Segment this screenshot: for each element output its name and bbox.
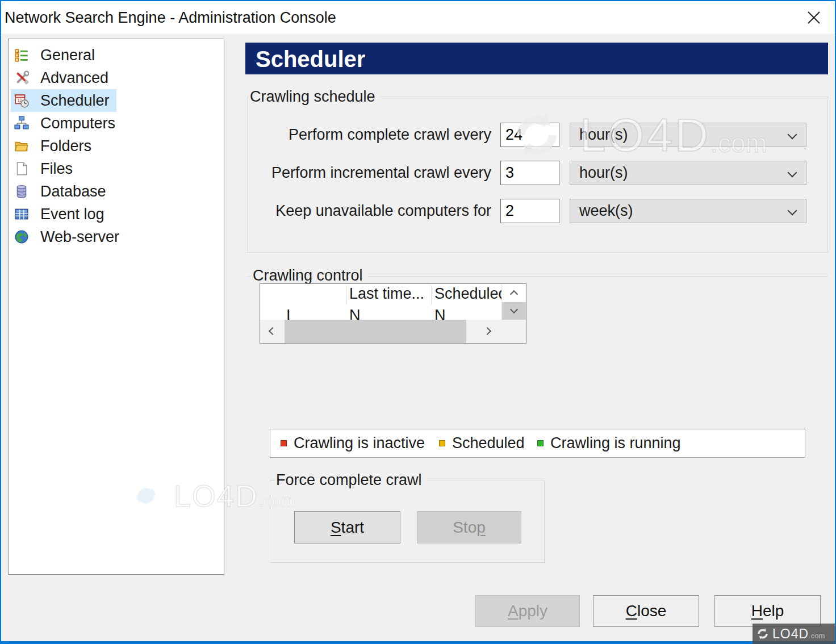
sidebar-item-general[interactable]: General <box>11 44 102 66</box>
chevron-down-icon <box>788 168 797 178</box>
chevron-down-icon <box>788 206 797 216</box>
incremental-crawl-row: Perform incremental crawl every hour(s) <box>248 161 806 185</box>
table-header-row: Last time... Scheduled <box>260 284 502 307</box>
titlebar: Network Search Engine - Administration C… <box>1 1 835 35</box>
folder-icon <box>14 139 29 153</box>
horizontal-scrollbar[interactable] <box>260 320 526 343</box>
vertical-scrollbar[interactable] <box>501 284 526 320</box>
table-row[interactable]: I N N <box>260 307 502 320</box>
crawling-control-table: Last time... Scheduled I N N <box>260 283 526 344</box>
keep-unavailable-row: Keep unavailable computers for week(s) <box>248 199 806 223</box>
table-header-scheduled[interactable]: Scheduled <box>434 285 501 303</box>
sidebar-item-label: Files <box>40 160 73 178</box>
file-icon <box>14 161 29 176</box>
list-icon <box>14 48 29 62</box>
sidebar-item-label: Web-server <box>40 228 119 246</box>
scroll-right-button[interactable] <box>477 320 501 343</box>
scheduled-status-swatch <box>439 440 445 446</box>
tools-icon <box>14 70 29 85</box>
horizontal-scroll-thumb[interactable] <box>285 320 466 343</box>
inactive-status-swatch <box>281 440 287 446</box>
close-icon <box>805 19 822 28</box>
sidebar-item-label: Advanced <box>40 69 108 87</box>
incremental-crawl-value-input[interactable] <box>500 161 559 185</box>
scroll-left-button[interactable] <box>260 320 284 343</box>
scroll-down-button[interactable] <box>502 302 526 320</box>
application-window: Network Search Engine - Administration C… <box>0 0 836 644</box>
incremental-crawl-label: Perform incremental crawl every <box>248 164 491 182</box>
sidebar-item-files[interactable]: Files <box>11 157 80 180</box>
scroll-up-button[interactable] <box>502 284 526 302</box>
force-crawl-title: Force complete crawl <box>275 471 427 489</box>
sidebar-item-label: Folders <box>40 137 91 155</box>
legend-label: Scheduled <box>452 434 525 452</box>
crawling-schedule-title: Crawling schedule <box>249 88 380 106</box>
sidebar-item-scheduler[interactable]: 12 Scheduler <box>11 89 116 112</box>
keep-unavailable-label: Keep unavailable computers for <box>248 202 491 220</box>
window-title: Network Search Engine - Administration C… <box>5 9 336 27</box>
incremental-crawl-unit-dropdown[interactable]: hour(s) <box>570 161 806 185</box>
incremental-crawl-unit-value: hour(s) <box>579 164 628 182</box>
stop-button[interactable]: Stop <box>417 511 521 543</box>
sidebar-item-label: Database <box>40 183 106 200</box>
network-icon <box>14 116 29 131</box>
page-title-bar: Scheduler <box>245 43 828 74</box>
help-button[interactable]: Help <box>714 595 821 627</box>
sidebar-item-label: Scheduler <box>40 92 110 110</box>
sidebar-item-database[interactable]: Database <box>11 180 113 203</box>
keep-unavailable-unit-dropdown[interactable]: week(s) <box>570 199 806 223</box>
calendar-clock-icon: 12 <box>14 93 29 108</box>
complete-crawl-label: Perform complete crawl every <box>248 126 491 144</box>
running-status-swatch <box>537 440 544 446</box>
keep-unavailable-value-input[interactable] <box>500 199 559 223</box>
crawling-control-title: Crawling control <box>252 267 367 285</box>
keep-unavailable-unit-value: week(s) <box>579 202 633 220</box>
close-dialog-button[interactable]: Close <box>593 595 699 627</box>
start-button[interactable]: Start <box>294 511 400 543</box>
complete-crawl-unit-dropdown[interactable]: hour(s) <box>570 123 806 147</box>
sidebar-item-folders[interactable]: Folders <box>11 135 98 157</box>
sidebar-item-label: Computers <box>40 115 115 132</box>
apply-button[interactable]: Apply <box>475 595 580 627</box>
status-legend: Crawling is inactive Scheduled Crawling … <box>270 429 805 458</box>
sidebar-item-label: General <box>40 47 95 64</box>
sidebar-item-web-server[interactable]: Web-server <box>11 225 126 248</box>
legend-label: Crawling is inactive <box>294 434 425 452</box>
legend-label: Crawling is running <box>550 434 681 452</box>
chevron-right-icon <box>483 327 491 335</box>
sidebar-item-advanced[interactable]: Advanced <box>11 66 115 89</box>
force-complete-crawl-group: Force complete crawl Start Stop <box>270 480 545 563</box>
complete-crawl-row: Perform complete crawl every hour(s) <box>248 123 806 147</box>
close-button[interactable] <box>805 9 822 26</box>
globe-icon <box>14 229 29 244</box>
sidebar-item-computers[interactable]: Computers <box>11 112 122 135</box>
sidebar-item-label: Event log <box>40 206 104 223</box>
table-cell: N <box>434 307 446 320</box>
event-log-icon <box>14 207 29 221</box>
complete-crawl-unit-value: hour(s) <box>579 126 628 144</box>
table-cell: N <box>349 307 361 320</box>
legend-item-running: Crawling is running <box>537 429 681 457</box>
sidebar-item-event-log[interactable]: Event log <box>11 203 111 225</box>
chevron-down-icon <box>510 306 518 313</box>
sidebar: General Advanced 12 <box>8 39 224 575</box>
column-divider <box>346 286 347 305</box>
chevron-up-icon <box>510 290 518 298</box>
column-divider <box>431 286 432 305</box>
page-title: Scheduler <box>256 47 365 72</box>
table-cell: I <box>286 307 291 320</box>
chevron-left-icon <box>269 327 277 335</box>
legend-item-inactive: Crawling is inactive <box>281 429 425 457</box>
complete-crawl-value-input[interactable] <box>500 123 559 147</box>
legend-item-scheduled: Scheduled <box>439 429 525 457</box>
database-icon <box>14 184 29 199</box>
table-header-last-time[interactable]: Last time... <box>349 285 430 303</box>
chevron-down-icon <box>788 130 797 140</box>
crawling-schedule-group: Crawling schedule Perform complete crawl… <box>247 97 828 253</box>
